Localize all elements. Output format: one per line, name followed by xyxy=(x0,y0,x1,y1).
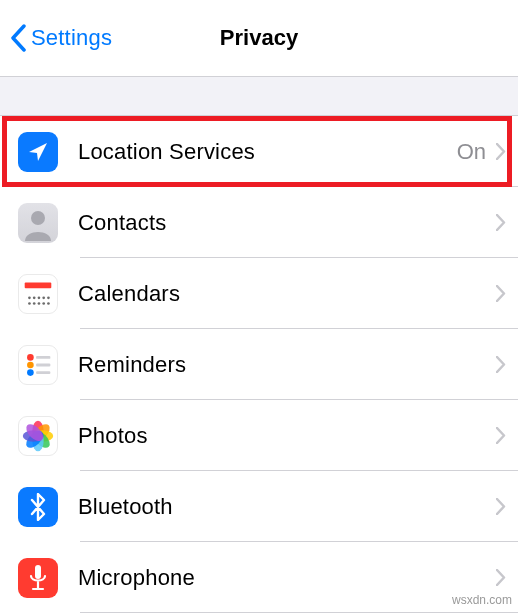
row-photos[interactable]: Photos xyxy=(0,400,518,471)
chevron-right-icon xyxy=(496,285,506,302)
nav-bar: Settings Privacy xyxy=(0,0,518,76)
svg-point-8 xyxy=(33,302,36,305)
row-microphone[interactable]: Microphone xyxy=(0,542,518,613)
contacts-icon xyxy=(18,203,58,243)
chevron-right-icon xyxy=(496,214,506,231)
svg-point-12 xyxy=(27,354,34,361)
chevron-right-icon xyxy=(496,498,506,515)
row-label: Location Services xyxy=(78,139,457,165)
chevron-right-icon xyxy=(496,356,506,373)
svg-point-4 xyxy=(38,296,41,299)
row-contacts[interactable]: Contacts xyxy=(0,187,518,258)
chevron-right-icon xyxy=(496,427,506,444)
svg-point-10 xyxy=(42,302,45,305)
svg-point-5 xyxy=(42,296,45,299)
svg-rect-17 xyxy=(36,371,50,374)
reminders-icon xyxy=(18,345,58,385)
back-button[interactable]: Settings xyxy=(10,24,112,52)
svg-point-3 xyxy=(33,296,36,299)
watermark: wsxdn.com xyxy=(452,593,512,607)
svg-point-6 xyxy=(47,296,50,299)
photos-icon xyxy=(18,416,58,456)
svg-point-14 xyxy=(27,361,34,368)
svg-point-7 xyxy=(28,302,31,305)
section-gap xyxy=(0,76,518,116)
row-status: On xyxy=(457,139,486,165)
back-label: Settings xyxy=(31,25,112,51)
row-label: Calendars xyxy=(78,281,496,307)
row-label: Microphone xyxy=(78,565,496,591)
chevron-right-icon xyxy=(496,143,506,160)
chevron-right-icon xyxy=(496,569,506,586)
row-label: Contacts xyxy=(78,210,496,236)
row-label: Reminders xyxy=(78,352,496,378)
svg-rect-26 xyxy=(35,565,41,579)
svg-point-2 xyxy=(28,296,31,299)
svg-rect-1 xyxy=(25,282,52,288)
svg-point-9 xyxy=(38,302,41,305)
svg-rect-15 xyxy=(36,363,50,366)
back-chevron-icon xyxy=(10,24,27,52)
microphone-icon xyxy=(18,558,58,598)
svg-point-16 xyxy=(27,369,34,376)
row-calendars[interactable]: Calendars xyxy=(0,258,518,329)
row-label: Bluetooth xyxy=(78,494,496,520)
location-icon xyxy=(18,132,58,172)
svg-point-0 xyxy=(31,211,45,225)
bluetooth-icon xyxy=(18,487,58,527)
page-title: Privacy xyxy=(220,25,298,51)
calendar-icon xyxy=(18,274,58,314)
svg-point-11 xyxy=(47,302,50,305)
row-location-services[interactable]: Location Services On xyxy=(0,116,518,187)
row-reminders[interactable]: Reminders xyxy=(0,329,518,400)
svg-rect-13 xyxy=(36,355,50,358)
row-label: Photos xyxy=(78,423,496,449)
row-bluetooth[interactable]: Bluetooth xyxy=(0,471,518,542)
